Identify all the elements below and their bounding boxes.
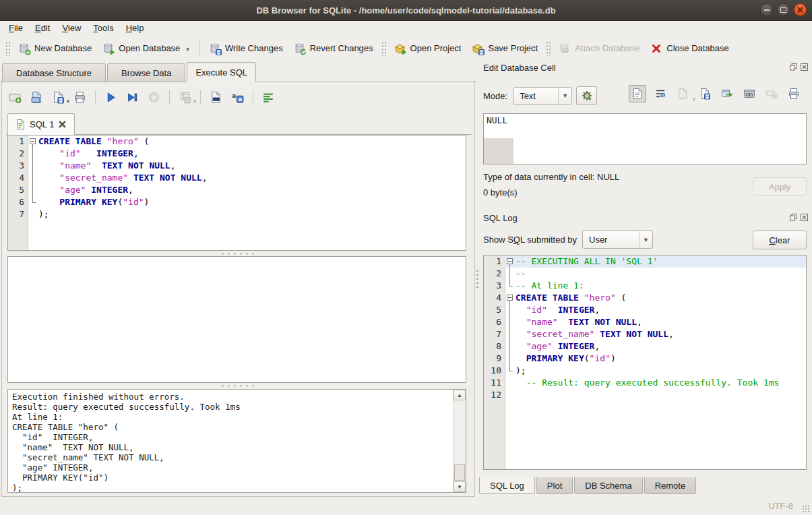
sql-editor-code[interactable]: 1CREATE TABLE "hero" (2 "id" INTEGER,3 "…: [8, 135, 466, 250]
code-text: "age" INTEGER,: [516, 340, 806, 353]
menu-help[interactable]: Help: [120, 21, 150, 35]
splitter-handle-icon: [220, 384, 255, 388]
open-database-button[interactable]: Open Database ▾: [97, 40, 195, 57]
code-line[interactable]: 9 PRIMARY KEY("id"): [484, 353, 806, 365]
code-line[interactable]: 1CREATE TABLE "hero" (: [8, 135, 466, 148]
word-wrap-icon[interactable]: [652, 86, 668, 102]
open-database-menu-caret[interactable]: ▾: [186, 46, 189, 54]
code-line[interactable]: 7);: [8, 208, 466, 220]
fold-margin[interactable]: [505, 292, 516, 304]
dock-float-icon[interactable]: [790, 63, 797, 71]
code-line[interactable]: 2--: [484, 268, 806, 280]
open-project-button[interactable]: Open Project: [389, 40, 467, 57]
save-sql-file-menu-caret[interactable]: ▾: [67, 98, 69, 104]
fold-margin[interactable]: [505, 255, 516, 268]
fold-margin: [505, 328, 516, 340]
find-replace-icon[interactable]: [210, 91, 222, 104]
menu-view[interactable]: View: [56, 21, 87, 35]
menu-tools[interactable]: Tools: [87, 21, 119, 35]
auto-complete-icon[interactable]: aa: [231, 91, 244, 104]
menu-edit[interactable]: Edit: [29, 21, 56, 35]
code-line[interactable]: 4 "secret_name" TEXT NOT NULL,: [8, 172, 466, 184]
dock-float-icon[interactable]: [790, 214, 797, 221]
close-button[interactable]: [794, 3, 807, 16]
text-mode-icon[interactable]: [629, 85, 646, 102]
sql-1-tab[interactable]: SQL 1: [7, 113, 75, 135]
resize-grip-icon[interactable]: [802, 505, 810, 513]
cell-editor[interactable]: NULL: [483, 113, 807, 164]
code-line[interactable]: 10);: [484, 365, 806, 377]
messages-scrollbar[interactable]: ▲ ▼: [453, 390, 466, 492]
save-project-button[interactable]: Save Project: [466, 40, 543, 57]
submitted-by-combobox[interactable]: User ▼: [582, 231, 653, 249]
code-line[interactable]: 12: [484, 389, 806, 401]
cell-settings-button[interactable]: [576, 86, 597, 105]
sql-editor[interactable]: 1CREATE TABLE "hero" (2 "id" INTEGER,3 "…: [7, 135, 466, 251]
code-line[interactable]: 7 "secret_name" TEXT NOT NULL,: [484, 328, 806, 340]
code-line[interactable]: 11 -- Result: query executed successfull…: [484, 377, 806, 389]
export-data-icon[interactable]: [719, 86, 735, 102]
code-line[interactable]: 3-- At line 1:: [484, 280, 806, 292]
new-database-button[interactable]: New Database: [13, 40, 97, 57]
toolbar-drag-handle[interactable]: [381, 41, 386, 56]
tab-execute-sql[interactable]: Execute SQL: [187, 62, 256, 82]
save-data-icon[interactable]: [697, 86, 713, 102]
code-line[interactable]: 5 "age" INTEGER,: [8, 184, 466, 196]
dock-tab-sql-log[interactable]: SQL Log: [479, 477, 535, 494]
sql-log-code[interactable]: 1-- EXECUTING ALL IN 'SQL 1'2--3-- At li…: [484, 255, 806, 469]
dock-tab-plot[interactable]: Plot: [536, 477, 573, 494]
dock-close-icon[interactable]: [801, 214, 808, 221]
fold-margin[interactable]: [28, 135, 38, 148]
link-data-icon[interactable]: [741, 86, 757, 102]
format-sql-icon[interactable]: [262, 91, 275, 104]
execute-current-line-icon[interactable]: [126, 91, 139, 104]
revert-changes-button[interactable]: Revert Changes: [288, 40, 379, 57]
code-line[interactable]: 6 "name" TEXT NOT NULL,: [484, 316, 806, 328]
toolbar-drag-handle[interactable]: [5, 41, 10, 56]
close-sql-tab-icon[interactable]: [59, 121, 66, 128]
scroll-down-icon[interactable]: ▼: [454, 481, 466, 492]
dock-tab-db-schema[interactable]: DB Schema: [574, 477, 642, 494]
fold-margin: [28, 148, 38, 160]
code-line[interactable]: 3 "name" TEXT NOT NULL,: [8, 160, 466, 172]
toolbar-drag-handle[interactable]: [546, 41, 551, 56]
print-sql-icon[interactable]: [73, 91, 86, 104]
mode-combobox[interactable]: Text ▼: [513, 87, 572, 105]
code-line[interactable]: 2 "id" INTEGER,: [8, 148, 466, 160]
code-line[interactable]: 8 "age" INTEGER,: [484, 340, 806, 353]
title-bar[interactable]: DB Browser for SQLite - /home/user/code/…: [0, 0, 812, 21]
dock-tab-remote[interactable]: Remote: [644, 477, 697, 494]
tab-browse-data[interactable]: Browse Data: [107, 63, 185, 82]
code-line[interactable]: 4CREATE TABLE "hero" (: [484, 292, 806, 304]
import-data-icon: ▾: [675, 86, 691, 102]
minimize-button[interactable]: [760, 3, 773, 16]
print-cell-icon[interactable]: [786, 86, 802, 102]
execution-messages-pane[interactable]: Execution finished without errors. Resul…: [7, 389, 466, 493]
code-line[interactable]: 6 PRIMARY KEY("id"): [8, 196, 466, 208]
code-text: [516, 389, 806, 401]
editor-results-splitter[interactable]: [7, 251, 466, 256]
fold-margin: [505, 377, 516, 389]
results-pane[interactable]: [7, 256, 466, 383]
execute-all-icon[interactable]: [104, 91, 117, 104]
new-sql-tab-icon[interactable]: [9, 91, 22, 104]
open-sql-file-icon[interactable]: [30, 91, 43, 104]
maximize-button[interactable]: [777, 3, 790, 16]
write-changes-button[interactable]: Write Changes: [204, 40, 288, 57]
scroll-up-icon[interactable]: ▲: [454, 390, 466, 400]
scrollbar-thumb[interactable]: [454, 464, 465, 481]
encoding-indicator[interactable]: UTF-8: [768, 501, 793, 511]
tab-database-structure[interactable]: Database Structure: [2, 63, 106, 82]
save-sql-file-icon[interactable]: ▾: [52, 91, 65, 104]
sql-log-view[interactable]: 1-- EXECUTING ALL IN 'SQL 1'2--3-- At li…: [483, 255, 807, 470]
dock-close-icon[interactable]: [801, 63, 808, 71]
code-line[interactable]: 5 "id" INTEGER,: [484, 304, 806, 316]
results-messages-splitter[interactable]: [7, 383, 466, 388]
clear-log-button[interactable]: Clear: [753, 231, 807, 249]
set-null-icon: [763, 86, 780, 102]
close-database-button[interactable]: Close Database: [645, 40, 735, 57]
line-number: 6: [484, 316, 505, 328]
code-line[interactable]: 1-- EXECUTING ALL IN 'SQL 1': [484, 255, 806, 268]
code-text: CREATE TABLE "hero" (: [38, 135, 466, 148]
menu-file[interactable]: File: [3, 21, 29, 35]
